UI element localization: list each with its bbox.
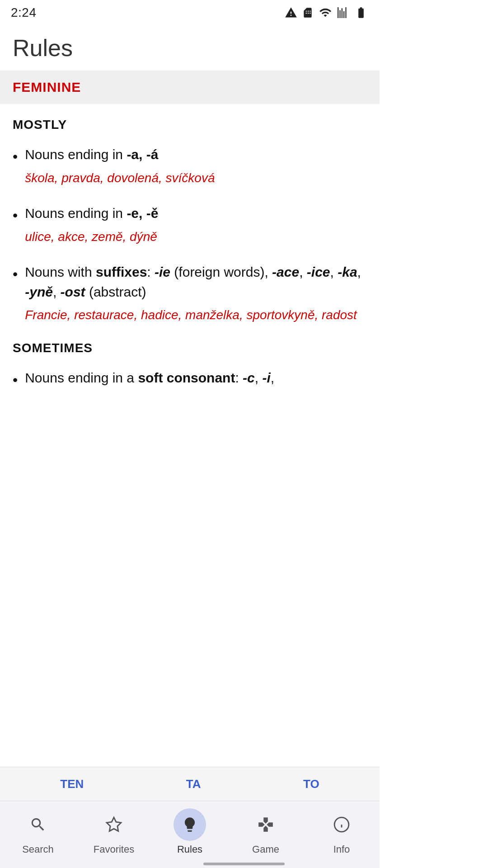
example-text-3: Francie, restaurace, hadice, manželka, s… — [25, 306, 367, 325]
star-icon — [105, 816, 122, 833]
bullet-content: Nouns ending in -e, -ě ulice, akce, země… — [25, 203, 367, 246]
search-icon-wrap — [22, 808, 54, 841]
bullet-text-3: Nouns with suffixes: -ie (foreign words)… — [25, 262, 367, 302]
nav-item-favorites[interactable]: Favorites — [84, 808, 143, 855]
battery-icon — [353, 6, 369, 19]
search-icon — [29, 816, 47, 833]
bullet-content: Nouns ending in -a, -á škola, pravda, do… — [25, 145, 367, 187]
article-bar: TEN TA TO — [0, 767, 380, 801]
nav-label-info: Info — [333, 844, 350, 855]
example-text-1: škola, pravda, dovolená, svíčková — [25, 169, 367, 188]
bullet-dot: • — [13, 205, 18, 226]
bullet-text-2: Nouns ending in -e, -ě — [25, 203, 367, 223]
bullet-content: Nouns ending in a soft consonant: -c, -i… — [25, 368, 367, 392]
info-icon — [333, 816, 350, 833]
bulb-icon — [181, 816, 198, 833]
list-item: • Nouns ending in -a, -á škola, pravda, … — [13, 145, 367, 187]
page-title: Rules — [0, 24, 380, 71]
status-time: 2:24 — [11, 5, 37, 20]
bullet-text-1: Nouns ending in -a, -á — [25, 145, 367, 165]
list-item: • Nouns with suffixes: -ie (foreign word… — [13, 262, 367, 325]
svg-marker-0 — [107, 817, 121, 831]
sometimes-title: SOMETIMES — [13, 341, 367, 355]
nav-label-search: Search — [22, 844, 54, 855]
signal-icon — [337, 6, 349, 19]
sometimes-list: • Nouns ending in a soft consonant: -c, … — [13, 368, 367, 392]
bullet-content: Nouns with suffixes: -ie (foreign words)… — [25, 262, 367, 325]
info-icon-wrap — [325, 808, 358, 841]
article-ten-button[interactable]: TEN — [51, 774, 93, 795]
mostly-title: MOSTLY — [13, 118, 367, 132]
nav-item-info[interactable]: Info — [312, 808, 371, 855]
alert-icon — [285, 6, 297, 19]
nav-item-rules[interactable]: Rules — [160, 808, 219, 855]
nav-label-favorites: Favorites — [94, 844, 134, 855]
home-indicator — [203, 863, 285, 865]
main-content: MOSTLY • Nouns ending in -a, -á škola, p… — [0, 104, 380, 508]
status-icons — [285, 6, 369, 19]
sim-icon — [302, 7, 314, 19]
wifi-icon — [318, 6, 333, 19]
section-header-text: FEMININE — [13, 80, 81, 94]
list-item: • Nouns ending in a soft consonant: -c, … — [13, 368, 367, 392]
bullet-dot: • — [13, 370, 18, 390]
article-to-button[interactable]: TO — [294, 774, 328, 795]
nav-item-game[interactable]: Game — [236, 808, 295, 855]
bullet-dot: • — [13, 146, 18, 167]
mostly-list: • Nouns ending in -a, -á škola, pravda, … — [13, 145, 367, 325]
nav-item-search[interactable]: Search — [9, 808, 67, 855]
example-text-2: ulice, akce, země, dýně — [25, 228, 367, 246]
article-ta-button[interactable]: TA — [177, 774, 210, 795]
game-icon-wrap — [249, 808, 282, 841]
bullet-dot: • — [13, 264, 18, 284]
section-header-feminine: FEMININE — [0, 71, 380, 104]
favorites-icon-wrap — [98, 808, 130, 841]
list-item: • Nouns ending in -e, -ě ulice, akce, ze… — [13, 203, 367, 246]
game-icon — [257, 816, 274, 833]
nav-label-game: Game — [252, 844, 279, 855]
rules-icon-wrap — [174, 808, 206, 841]
bottom-nav: Search Favorites Rules Game — [0, 801, 380, 868]
sometimes-section: SOMETIMES • Nouns ending in a soft conso… — [13, 341, 367, 392]
bullet-text-4: Nouns ending in a soft consonant: -c, -i… — [25, 368, 367, 388]
nav-label-rules: Rules — [177, 844, 202, 855]
status-bar: 2:24 — [0, 0, 380, 24]
